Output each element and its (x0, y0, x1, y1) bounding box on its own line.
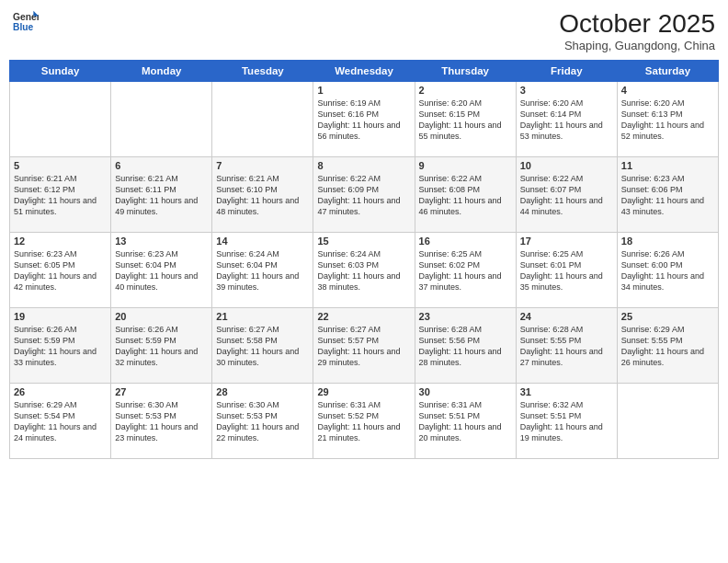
day-info: Sunrise: 6:23 AMSunset: 6:06 PMDaylight:… (621, 173, 714, 218)
day-info: Sunrise: 6:26 AMSunset: 6:00 PMDaylight:… (621, 248, 714, 293)
day-number: 24 (520, 311, 613, 322)
day-info: Sunrise: 6:22 AMSunset: 6:09 PMDaylight:… (317, 173, 410, 218)
day-number: 31 (520, 386, 613, 397)
day-info: Sunrise: 6:27 AMSunset: 5:57 PMDaylight:… (317, 324, 410, 369)
calendar-cell: 8Sunrise: 6:22 AMSunset: 6:09 PMDaylight… (313, 157, 415, 233)
day-number: 11 (621, 160, 714, 171)
day-number: 6 (115, 160, 208, 171)
calendar-cell: 22Sunrise: 6:27 AMSunset: 5:57 PMDayligh… (313, 308, 415, 384)
weekday-header-monday: Monday (111, 61, 212, 82)
location-subtitle: Shaping, Guangdong, China (559, 39, 715, 52)
day-info: Sunrise: 6:23 AMSunset: 6:05 PMDaylight:… (14, 248, 107, 293)
calendar-cell: 11Sunrise: 6:23 AMSunset: 6:06 PMDayligh… (617, 157, 718, 233)
day-info: Sunrise: 6:21 AMSunset: 6:10 PMDaylight:… (216, 173, 309, 218)
calendar-week-row: 26Sunrise: 6:29 AMSunset: 5:54 PMDayligh… (10, 384, 719, 459)
calendar-cell (10, 82, 111, 157)
day-number: 15 (317, 236, 410, 247)
day-number: 4 (621, 85, 714, 96)
day-number: 30 (419, 386, 512, 397)
calendar-cell: 18Sunrise: 6:26 AMSunset: 6:00 PMDayligh… (617, 233, 718, 308)
day-number: 25 (621, 311, 714, 322)
calendar-cell: 26Sunrise: 6:29 AMSunset: 5:54 PMDayligh… (10, 384, 111, 459)
title-block: October 2025 Shaping, Guangdong, China (559, 9, 715, 52)
logo-icon: General Blue (13, 9, 39, 35)
svg-text:Blue: Blue (13, 22, 34, 32)
day-info: Sunrise: 6:20 AMSunset: 6:13 PMDaylight:… (621, 98, 714, 143)
day-number: 22 (317, 311, 410, 322)
day-number: 7 (216, 160, 309, 171)
calendar-table: SundayMondayTuesdayWednesdayThursdayFrid… (9, 60, 719, 459)
calendar-cell: 17Sunrise: 6:25 AMSunset: 6:01 PMDayligh… (516, 233, 617, 308)
calendar-cell: 1Sunrise: 6:19 AMSunset: 6:16 PMDaylight… (313, 82, 415, 157)
day-number: 19 (14, 311, 107, 322)
day-number: 12 (14, 236, 107, 247)
calendar-cell: 27Sunrise: 6:30 AMSunset: 5:53 PMDayligh… (111, 384, 212, 459)
calendar-cell: 2Sunrise: 6:20 AMSunset: 6:15 PMDaylight… (415, 82, 516, 157)
page: General Blue October 2025 Shaping, Guang… (0, 0, 728, 563)
day-info: Sunrise: 6:31 AMSunset: 5:51 PMDaylight:… (419, 399, 512, 444)
day-number: 3 (520, 85, 613, 96)
calendar-cell: 3Sunrise: 6:20 AMSunset: 6:14 PMDaylight… (516, 82, 617, 157)
calendar-cell (111, 82, 212, 157)
day-info: Sunrise: 6:23 AMSunset: 6:04 PMDaylight:… (115, 248, 208, 293)
day-number: 1 (317, 85, 410, 96)
calendar-cell: 23Sunrise: 6:28 AMSunset: 5:56 PMDayligh… (415, 308, 516, 384)
day-number: 13 (115, 236, 208, 247)
day-info: Sunrise: 6:26 AMSunset: 5:59 PMDaylight:… (115, 324, 208, 369)
day-info: Sunrise: 6:25 AMSunset: 6:02 PMDaylight:… (419, 248, 512, 293)
day-info: Sunrise: 6:22 AMSunset: 6:07 PMDaylight:… (520, 173, 613, 218)
calendar-week-row: 12Sunrise: 6:23 AMSunset: 6:05 PMDayligh… (10, 233, 719, 308)
day-number: 29 (317, 386, 410, 397)
weekday-header-sunday: Sunday (10, 61, 111, 82)
day-number: 9 (419, 160, 512, 171)
day-info: Sunrise: 6:22 AMSunset: 6:08 PMDaylight:… (419, 173, 512, 218)
day-number: 27 (115, 386, 208, 397)
day-info: Sunrise: 6:24 AMSunset: 6:03 PMDaylight:… (317, 248, 410, 293)
calendar-cell: 30Sunrise: 6:31 AMSunset: 5:51 PMDayligh… (415, 384, 516, 459)
calendar-cell: 25Sunrise: 6:29 AMSunset: 5:55 PMDayligh… (617, 308, 718, 384)
day-number: 18 (621, 236, 714, 247)
day-info: Sunrise: 6:19 AMSunset: 6:16 PMDaylight:… (317, 98, 410, 143)
calendar-cell (617, 384, 718, 459)
day-info: Sunrise: 6:21 AMSunset: 6:11 PMDaylight:… (115, 173, 208, 218)
month-title: October 2025 (559, 9, 715, 39)
calendar-cell: 12Sunrise: 6:23 AMSunset: 6:05 PMDayligh… (10, 233, 111, 308)
day-info: Sunrise: 6:30 AMSunset: 5:53 PMDaylight:… (115, 399, 208, 444)
day-number: 21 (216, 311, 309, 322)
day-info: Sunrise: 6:27 AMSunset: 5:58 PMDaylight:… (216, 324, 309, 369)
day-number: 10 (520, 160, 613, 171)
calendar-cell: 29Sunrise: 6:31 AMSunset: 5:52 PMDayligh… (313, 384, 415, 459)
weekday-header-wednesday: Wednesday (313, 61, 415, 82)
day-number: 28 (216, 386, 309, 397)
weekday-header-thursday: Thursday (415, 61, 516, 82)
day-number: 20 (115, 311, 208, 322)
calendar-cell (212, 82, 313, 157)
day-number: 2 (419, 85, 512, 96)
weekday-header-friday: Friday (516, 61, 617, 82)
calendar-cell: 6Sunrise: 6:21 AMSunset: 6:11 PMDaylight… (111, 157, 212, 233)
calendar-cell: 14Sunrise: 6:24 AMSunset: 6:04 PMDayligh… (212, 233, 313, 308)
calendar-cell: 31Sunrise: 6:32 AMSunset: 5:51 PMDayligh… (516, 384, 617, 459)
day-info: Sunrise: 6:26 AMSunset: 5:59 PMDaylight:… (14, 324, 107, 369)
day-info: Sunrise: 6:30 AMSunset: 5:53 PMDaylight:… (216, 399, 309, 444)
day-info: Sunrise: 6:24 AMSunset: 6:04 PMDaylight:… (216, 248, 309, 293)
calendar-cell: 10Sunrise: 6:22 AMSunset: 6:07 PMDayligh… (516, 157, 617, 233)
day-number: 14 (216, 236, 309, 247)
calendar-cell: 24Sunrise: 6:28 AMSunset: 5:55 PMDayligh… (516, 308, 617, 384)
calendar-cell: 4Sunrise: 6:20 AMSunset: 6:13 PMDaylight… (617, 82, 718, 157)
calendar-cell: 19Sunrise: 6:26 AMSunset: 5:59 PMDayligh… (10, 308, 111, 384)
day-number: 17 (520, 236, 613, 247)
day-info: Sunrise: 6:20 AMSunset: 6:15 PMDaylight:… (419, 98, 512, 143)
calendar-cell: 13Sunrise: 6:23 AMSunset: 6:04 PMDayligh… (111, 233, 212, 308)
header: General Blue October 2025 Shaping, Guang… (9, 9, 719, 52)
day-info: Sunrise: 6:28 AMSunset: 5:55 PMDaylight:… (520, 324, 613, 369)
day-info: Sunrise: 6:28 AMSunset: 5:56 PMDaylight:… (419, 324, 512, 369)
calendar-cell: 21Sunrise: 6:27 AMSunset: 5:58 PMDayligh… (212, 308, 313, 384)
day-info: Sunrise: 6:31 AMSunset: 5:52 PMDaylight:… (317, 399, 410, 444)
day-info: Sunrise: 6:21 AMSunset: 6:12 PMDaylight:… (14, 173, 107, 218)
weekday-header-tuesday: Tuesday (212, 61, 313, 82)
day-info: Sunrise: 6:32 AMSunset: 5:51 PMDaylight:… (520, 399, 613, 444)
weekday-header-row: SundayMondayTuesdayWednesdayThursdayFrid… (10, 61, 719, 82)
day-info: Sunrise: 6:25 AMSunset: 6:01 PMDaylight:… (520, 248, 613, 293)
calendar-week-row: 5Sunrise: 6:21 AMSunset: 6:12 PMDaylight… (10, 157, 719, 233)
